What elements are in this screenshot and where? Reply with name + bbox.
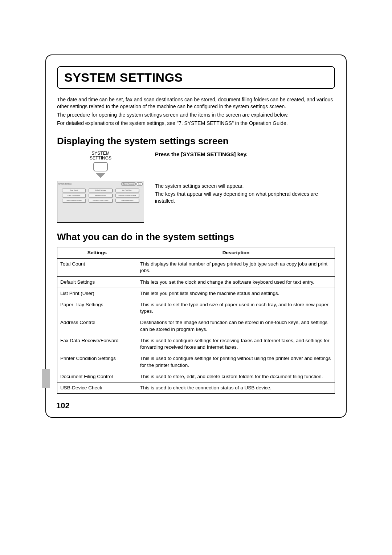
screen-btn: Address Control [89,194,112,197]
intro-text: The date and time can be set, fax and sc… [57,96,335,127]
down-arrow-icon [95,173,106,178]
cell-setting: List Print (User) [57,288,137,299]
key-label-line1: SYSTEM [57,151,144,156]
system-settings-key-icon [93,162,108,171]
table-row: Paper Tray SettingsThis is used to set t… [57,299,335,317]
exit-button: Exit [136,182,143,186]
intro-p1: The date and time can be set, fax and sc… [57,96,335,110]
table-row: Printer Condition SettingsThis is used t… [57,353,335,371]
screen-btn: Document Filing Control [89,199,112,202]
cell-setting: Default Settings [57,276,137,288]
cell-setting: Paper Tray Settings [57,299,137,317]
instruction-p1: The system settings screen will appear. [155,183,335,190]
screen-btn: USB-Device Check [115,199,139,202]
page-title: SYSTEM SETTINGS [64,70,328,85]
screen-btn: Printer Condition Settings [62,199,86,202]
screen-simulation: System Settings Admin Password Exit Tota… [57,181,144,223]
table-row: List Print (User)This lets you print lis… [57,288,335,299]
page-number: 102 [56,401,70,410]
screen-btn: Paper Tray Settings [62,194,86,197]
settings-table: Settings Description Total CountThis dis… [57,247,335,394]
title-box: SYSTEM SETTINGS [57,66,335,89]
cell-setting: Total Count [57,259,137,276]
instruction-heading: Press the [SYSTEM SETTINGS] key. [155,151,335,157]
cell-desc: Destinations for the image send function… [137,317,335,335]
table-row: Default SettingsThis lets you set the cl… [57,276,335,288]
cell-desc: This is used to check the connection sta… [137,382,335,394]
intro-p3: For detailed explanations of the system … [57,120,335,127]
left-column: SYSTEM SETTINGS System Settings Admin Pa… [57,151,144,223]
cell-setting: Printer Condition Settings [57,353,137,371]
screen-btn: List Print (User) [115,189,139,192]
table-row: Address ControlDestinations for the imag… [57,317,335,335]
side-tab [42,369,50,388]
screen-btn: Fax Data Receive/Forward [115,194,139,197]
screen-btn: Default Settings [89,189,112,192]
page-frame: SYSTEM SETTINGS The date and time can be… [45,54,347,418]
cell-desc: This is used to set the type and size of… [137,299,335,317]
cell-desc: This lets you set the clock and change t… [137,276,335,288]
intro-p2: The procedure for opening the system set… [57,112,335,118]
table-row: USB-Device CheckThis is used to check th… [57,382,335,394]
screen-title: System Settings [58,183,72,185]
section2-heading: What you can do in the system settings [57,231,335,243]
cell-desc: This is used to store, edit, and delete … [137,371,335,382]
cell-setting: USB-Device Check [57,382,137,394]
cell-setting: Document Filing Control [57,371,137,382]
admin-password-button: Admin Password [121,182,136,186]
right-column: Press the [SYSTEM SETTINGS] key. The sys… [155,151,335,206]
section1-heading: Displaying the system settings screen [57,135,335,147]
cell-setting: Fax Data Receive/Forward [57,335,137,353]
th-description: Description [137,247,335,258]
cell-setting: Address Control [57,317,137,335]
instruction-p2: The keys that appear will vary depending… [155,191,335,204]
cell-desc: This displays the total number of pages … [137,259,335,276]
cell-desc: This is used to configure settings for p… [137,353,335,371]
th-settings: Settings [57,247,137,258]
table-row: Fax Data Receive/ForwardThis is used to … [57,335,335,353]
screen-btn: Total Count [62,189,86,192]
table-row: Total CountThis displays the total numbe… [57,259,335,276]
cell-desc: This is used to configure settings for r… [137,335,335,353]
display-row: SYSTEM SETTINGS System Settings Admin Pa… [57,151,335,223]
key-label-line2: SETTINGS [57,156,144,161]
table-row: Document Filing ControlThis is used to s… [57,371,335,382]
cell-desc: This lets you print lists showing the ma… [137,288,335,299]
keypad-illustration: SYSTEM SETTINGS [57,151,144,178]
